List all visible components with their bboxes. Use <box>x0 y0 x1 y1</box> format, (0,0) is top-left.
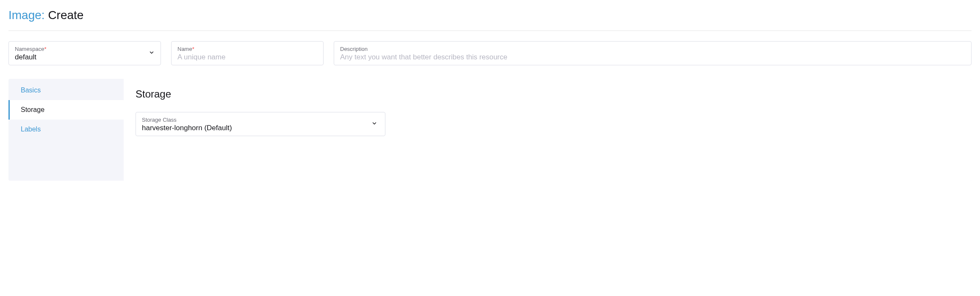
tab-labels[interactable]: Labels <box>8 120 124 139</box>
namespace-label-text: Namespace <box>15 46 44 52</box>
tab-storage[interactable]: Storage <box>8 100 124 120</box>
page-title-prefix: Image: <box>8 8 45 22</box>
storage-heading: Storage <box>136 88 960 100</box>
tab-basics[interactable]: Basics <box>8 81 124 100</box>
name-field[interactable]: Name* <box>171 41 324 65</box>
storage-class-value: harvester-longhorn (Default) <box>142 124 379 132</box>
name-label-text: Name <box>177 46 192 52</box>
tab-content-storage: Storage Storage Class harvester-longhorn… <box>124 79 972 181</box>
name-input[interactable] <box>177 53 317 61</box>
storage-class-label: Storage Class <box>142 117 379 123</box>
name-required-mark: * <box>192 46 194 52</box>
description-label-text: Description <box>340 46 368 52</box>
side-tabs: Basics Storage Labels <box>8 79 124 181</box>
description-input[interactable] <box>340 53 965 61</box>
name-label: Name* <box>177 46 317 52</box>
description-label: Description <box>340 46 965 52</box>
top-form-row: Namespace* default Name* Description <box>8 41 972 65</box>
namespace-select[interactable]: Namespace* default <box>8 41 161 65</box>
namespace-value: default <box>15 53 155 61</box>
page-title-text: Create <box>48 8 83 22</box>
page-title: Image: Create <box>8 8 972 31</box>
namespace-required-mark: * <box>44 46 46 52</box>
main-panel: Basics Storage Labels Storage Storage Cl… <box>8 79 972 181</box>
storage-class-select[interactable]: Storage Class harvester-longhorn (Defaul… <box>136 112 385 136</box>
namespace-label: Namespace* <box>15 46 155 52</box>
description-field[interactable]: Description <box>334 41 972 65</box>
